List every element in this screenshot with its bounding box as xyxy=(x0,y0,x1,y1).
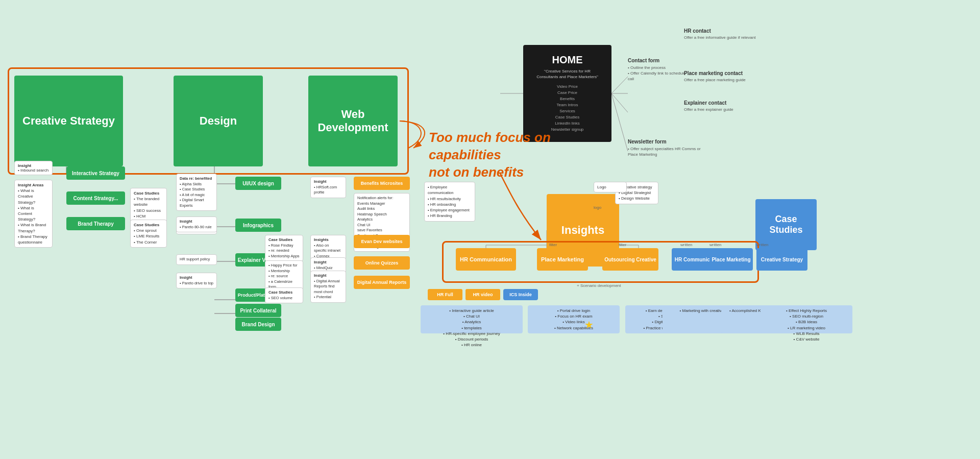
svg-line-14 xyxy=(611,77,628,93)
home-box[interactable]: HOME "Creative Services for HR Consultan… xyxy=(523,45,611,142)
ux-design-node[interactable]: UI/UX design xyxy=(235,177,281,190)
insight-design-3[interactable]: Insight • Pareto drive to top xyxy=(176,273,217,288)
home-title: HOME xyxy=(552,54,583,66)
hr-contact-section: HR contact Offer a free informative guid… xyxy=(684,28,786,40)
design-insight-infographic[interactable]: Insight • Pareto 80-90 rule xyxy=(176,216,217,232)
digital-annual-reports-node[interactable]: Digital Annual Reports xyxy=(354,276,410,289)
case-studies-mini-2[interactable]: Case Studies • One sprout • LME Results … xyxy=(130,220,167,248)
insight-web-4[interactable]: Insight • Digital Annual Reports find mo… xyxy=(310,271,346,303)
home-links: Video PriceCase PriceBenefitsTeam Intros… xyxy=(551,84,584,133)
creative-strategy-blue[interactable]: Creative Strategy xyxy=(756,248,807,271)
logo-node[interactable]: Logo xyxy=(594,182,627,192)
keywords-label: logo xyxy=(594,205,601,210)
insight-node-2[interactable]: Insight Areas • What is Creative Strateg… xyxy=(14,180,53,248)
scenario-dev-label: + Scenario development xyxy=(577,283,621,288)
bottom-detail-6: • Effect Highly Reports • SEO multi-regi… xyxy=(761,305,852,333)
design-case-studies-2[interactable]: Case Studies • SEO volume xyxy=(265,287,303,303)
bottom-detail-2: • Portal drive login • Focus on HR exam … xyxy=(528,305,620,333)
hr-contact-desc: Offer a free informative guide if releva… xyxy=(684,35,786,40)
web-development-box[interactable]: Web Development xyxy=(308,76,398,166)
hr-communication-node[interactable]: HR Communication xyxy=(456,248,516,271)
newsletter-form-section: Newsletter form • Offer subject specialt… xyxy=(628,139,709,157)
hr-video-node[interactable]: HR video xyxy=(465,289,500,300)
brand-therapy-node[interactable]: Brand Therapy xyxy=(66,217,125,230)
hr-full-node[interactable]: HR Full xyxy=(428,289,462,300)
infographics-node[interactable]: Infographics xyxy=(235,219,281,232)
outsourcing-creative-node[interactable]: Outsourcing Creative xyxy=(602,248,658,271)
place-marketing-contact-title: Place marketing contact xyxy=(684,70,786,76)
design-case-studies[interactable]: Case Studies • Rose Findlay • re: needed… xyxy=(265,235,303,261)
evan-dev-websites-node[interactable]: Evan Dev websites xyxy=(354,235,410,248)
content-strategy-node[interactable]: Content Strategy... xyxy=(66,191,125,205)
benefits-microsites-node[interactable]: Benefits Microsites xyxy=(354,177,410,190)
bottom-detail-1: • Interactive guide article • Chat UI • … xyxy=(421,305,523,333)
written-label-3: written xyxy=(756,243,769,247)
hr-contact-title: HR contact xyxy=(684,28,786,34)
insight-node-1[interactable]: Insight • Inbound search xyxy=(14,161,53,175)
svg-line-16 xyxy=(611,93,628,112)
filter-label-1: filter xyxy=(549,243,557,247)
place-marketing-node[interactable]: Place Marketing xyxy=(537,248,588,271)
explainer-contact-section: Explainer contact Offer a free explainer… xyxy=(684,100,786,112)
filter-label-2: filter xyxy=(619,243,626,247)
written-label: written xyxy=(680,243,693,247)
online-quizzes-node[interactable]: Online Quizzes xyxy=(354,256,410,270)
contact-form-title: Contact form xyxy=(628,58,689,63)
place-marketing-contact-section: Place marketing contact Offer a free pla… xyxy=(684,70,786,82)
written-label-2: written xyxy=(709,243,722,247)
contact-form-section: Contact form • Outline the process • Off… xyxy=(628,58,689,82)
insight-web-1[interactable]: Insight • HRSoft.com profile xyxy=(310,177,346,198)
canvas: Creative Strategy Design Web Development… xyxy=(0,0,980,459)
employee-comm-box[interactable]: • Employee communication • HR results/ac… xyxy=(424,182,475,222)
creative-strategy-box[interactable]: Creative Strategy xyxy=(14,76,123,166)
explainer-contact-title: Explainer contact xyxy=(684,100,786,106)
star-icon: ★ xyxy=(584,319,594,331)
ics-inside-node[interactable]: ICS Inside xyxy=(503,289,538,300)
place-marketing-blue[interactable]: Place Marketing xyxy=(709,248,753,271)
brand-design-node[interactable]: Brand Design xyxy=(235,318,281,331)
newsletter-form-title: Newsletter form xyxy=(628,139,709,144)
design-box[interactable]: Design xyxy=(174,76,263,166)
interactive-strategy-node[interactable]: Interactive Strategy xyxy=(66,166,125,180)
hr-support-policy[interactable]: HR support policy xyxy=(176,254,217,265)
print-collateral-node[interactable]: Print Collateral xyxy=(235,304,281,317)
home-subtitle: "Creative Services for HR Consultants an… xyxy=(533,69,601,80)
annotation-text: Too much focus oncapabilitiesnot on bene… xyxy=(429,129,551,181)
design-insight-1[interactable]: Data re: benefited • Alpha Skills • Case… xyxy=(176,174,217,211)
svg-line-17 xyxy=(611,93,628,151)
